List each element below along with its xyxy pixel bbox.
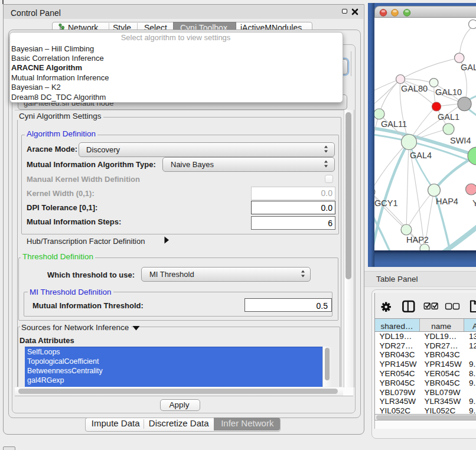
svg-text:YJ: YJ bbox=[472, 198, 476, 208]
svg-text:GAL7: GAL7 bbox=[461, 63, 476, 72]
svg-text:GAL10: GAL10 bbox=[435, 87, 462, 97]
svg-text:GAL80: GAL80 bbox=[401, 84, 428, 93]
svg-text:SWI4: SWI4 bbox=[450, 136, 471, 145]
svg-text:HAP4: HAP4 bbox=[436, 197, 458, 206]
svg-text:HAP2: HAP2 bbox=[406, 235, 429, 244]
svg-text:GAL1: GAL1 bbox=[438, 112, 459, 122]
svg-text:GCY1: GCY1 bbox=[374, 198, 398, 208]
svg-text:GAL11: GAL11 bbox=[381, 119, 407, 129]
svg-text:GAL4: GAL4 bbox=[410, 151, 432, 160]
